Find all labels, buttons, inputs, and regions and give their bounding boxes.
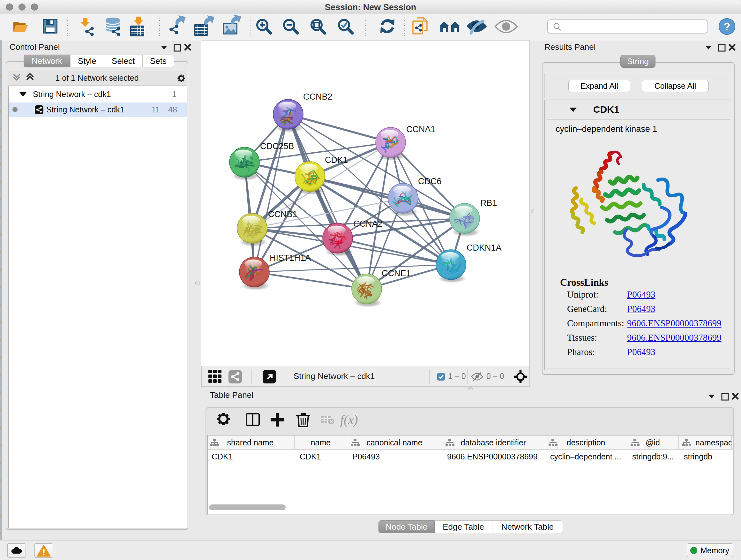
svg-text:HIST1H1A: HIST1H1A	[270, 253, 311, 263]
svg-text:CCNE1: CCNE1	[382, 268, 411, 278]
svg-text:CDKN1A: CDKN1A	[467, 243, 502, 253]
svg-text:f(x): f(x)	[340, 413, 358, 427]
svg-text:CDC25B: CDC25B	[260, 141, 294, 151]
svg-text:?: ?	[724, 20, 731, 33]
svg-text:RB1: RB1	[480, 198, 497, 208]
svg-text:CDK1: CDK1	[325, 155, 348, 165]
svg-text:CCNA2: CCNA2	[353, 219, 383, 229]
svg-text:CCNB1: CCNB1	[268, 209, 297, 219]
svg-text:CCNB2: CCNB2	[303, 92, 333, 102]
svg-text:CDC6: CDC6	[418, 177, 442, 186]
svg-text:CCNA1: CCNA1	[406, 125, 435, 134]
